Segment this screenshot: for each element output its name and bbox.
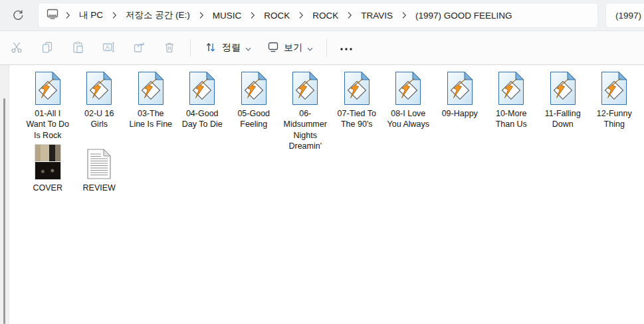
address-bar-row: 내 PC저장소 공간 (E:)MUSICROCKROCKTRAVIS(1997)… bbox=[0, 0, 644, 31]
sort-button[interactable]: 정렬 bbox=[196, 35, 259, 60]
ellipsis-icon bbox=[339, 43, 354, 53]
file-name: 01-All I Want To Do Is Rock bbox=[26, 108, 70, 141]
chevron-right-icon bbox=[196, 11, 207, 19]
album-cover-thumbnail-icon bbox=[35, 143, 60, 179]
chevron-right-icon bbox=[344, 11, 355, 19]
winamp-media-file-icon bbox=[86, 69, 112, 105]
breadcrumb-segment[interactable]: 내 PC bbox=[73, 6, 109, 25]
copy-button[interactable] bbox=[32, 35, 62, 60]
refresh-icon bbox=[12, 9, 24, 23]
winamp-media-file-icon bbox=[344, 69, 370, 105]
breadcrumb-segment[interactable]: TRAVIS bbox=[355, 7, 399, 24]
chevron-right-icon bbox=[399, 11, 409, 19]
rename-button[interactable]: A bbox=[93, 35, 124, 60]
file-name: 03-The Line Is Fine bbox=[129, 108, 173, 130]
trash-icon bbox=[163, 40, 176, 56]
breadcrumb-segment[interactable]: ROCK bbox=[258, 7, 296, 24]
winamp-media-file-icon bbox=[550, 69, 576, 105]
view-icon bbox=[267, 41, 279, 55]
svg-text:A: A bbox=[106, 44, 110, 50]
file-name: COVER bbox=[33, 183, 62, 193]
winamp-media-file-icon bbox=[395, 69, 421, 105]
nav-scrollbar-thumb[interactable] bbox=[3, 98, 5, 324]
breadcrumb-root-this-pc[interactable] bbox=[43, 5, 62, 25]
toolbar-separator bbox=[326, 39, 327, 56]
winamp-media-file-icon bbox=[241, 69, 267, 105]
file-item[interactable]: 08-I Love You Always bbox=[383, 69, 435, 151]
file-explorer-window: 내 PC저장소 공간 (E:)MUSICROCKROCKTRAVIS(1997)… bbox=[0, 0, 644, 324]
winamp-media-file-icon bbox=[447, 69, 473, 105]
command-toolbar: A bbox=[0, 31, 644, 64]
file-item[interactable]: 07-Tied To The 90's bbox=[331, 69, 383, 151]
file-name: 10-More Than Us bbox=[489, 108, 533, 130]
file-name: 08-I Love You Always bbox=[386, 108, 430, 130]
file-name: REVIEW bbox=[83, 183, 116, 193]
file-name: 12-Funny Thing bbox=[592, 108, 636, 130]
chevron-down-icon bbox=[245, 42, 251, 53]
file-item[interactable]: 11-Falling Down bbox=[537, 69, 589, 151]
file-item[interactable]: 01-All I Want To Do Is Rock bbox=[22, 69, 74, 151]
winamp-media-file-icon bbox=[292, 69, 318, 105]
winamp-media-file-icon bbox=[189, 69, 215, 105]
chevron-down-icon bbox=[307, 42, 313, 53]
file-name: 09-Happy bbox=[442, 108, 478, 119]
paste-clipboard-icon bbox=[71, 40, 84, 56]
winamp-media-file-icon bbox=[601, 69, 627, 105]
chevron-right-icon bbox=[109, 11, 120, 19]
breadcrumb: 내 PC저장소 공간 (E:)MUSICROCKROCKTRAVIS(1997)… bbox=[38, 3, 598, 28]
chevron-right-icon bbox=[247, 11, 258, 19]
file-item[interactable]: 05-Good Feeling bbox=[228, 69, 280, 151]
share-icon bbox=[132, 40, 146, 56]
rename-icon: A bbox=[102, 40, 115, 56]
file-name: 11-Falling Down bbox=[541, 108, 585, 130]
breadcrumb-segment[interactable]: ROCK bbox=[306, 7, 344, 24]
more-options-button[interactable] bbox=[332, 35, 360, 60]
copy-icon bbox=[41, 40, 54, 56]
toolbar-separator bbox=[190, 39, 191, 56]
file-item[interactable]: 10-More Than Us bbox=[486, 69, 538, 151]
view-button[interactable]: 보기 bbox=[259, 35, 321, 60]
file-name: 02-U 16 Girls bbox=[77, 108, 121, 130]
chevron-right-icon bbox=[296, 11, 306, 19]
paste-button[interactable] bbox=[62, 35, 93, 60]
winamp-media-file-icon bbox=[138, 69, 163, 105]
breadcrumb-segment[interactable]: MUSIC bbox=[207, 7, 248, 24]
file-name: 04-Good Day To Die bbox=[180, 108, 224, 130]
delete-button[interactable] bbox=[154, 35, 185, 60]
file-item[interactable]: 03-The Line Is Fine bbox=[125, 69, 177, 151]
share-button[interactable] bbox=[124, 35, 154, 60]
refresh-button[interactable] bbox=[9, 7, 27, 25]
winamp-media-file-icon bbox=[35, 69, 60, 105]
file-item[interactable]: 09-Happy bbox=[434, 69, 486, 151]
file-name: 07-Tied To The 90's bbox=[335, 108, 379, 130]
file-item[interactable]: REVIEW bbox=[74, 143, 126, 193]
file-item[interactable]: 02-U 16 Girls bbox=[74, 69, 126, 151]
file-item[interactable]: 12-Funny Thing bbox=[589, 69, 641, 151]
sort-label: 정렬 bbox=[222, 42, 241, 54]
this-pc-monitor-icon bbox=[46, 8, 59, 23]
text-document-icon bbox=[87, 143, 111, 179]
files-row-other: COVER REVIEW bbox=[22, 143, 125, 193]
file-item[interactable]: 04-Good Day To Die bbox=[177, 69, 229, 151]
file-list-area: 01-All I Want To Do Is Rock 02-U 16 Girl… bbox=[0, 65, 644, 324]
cut-scissors-icon bbox=[10, 40, 23, 56]
file-item[interactable]: COVER bbox=[22, 143, 74, 193]
file-item[interactable]: 06-Midsummer Nights Dreamin' bbox=[280, 69, 332, 151]
breadcrumb-segment[interactable]: (1997) GOOD FEELING bbox=[409, 7, 518, 24]
file-name: 05-Good Feeling bbox=[232, 108, 276, 130]
files-row-audio: 01-All I Want To Do Is Rock 02-U 16 Girl… bbox=[22, 69, 640, 151]
file-name: 06-Midsummer Nights Dreamin' bbox=[283, 108, 327, 151]
search-input[interactable] bbox=[605, 3, 644, 28]
chevron-right-icon bbox=[62, 11, 73, 19]
breadcrumb-segment[interactable]: 저장소 공간 (E:) bbox=[120, 6, 196, 25]
winamp-media-file-icon bbox=[498, 69, 524, 105]
view-label: 보기 bbox=[284, 42, 302, 54]
navigation-pane-gutter bbox=[0, 65, 9, 324]
breadcrumb-segments: 내 PC저장소 공간 (E:)MUSICROCKROCKTRAVIS(1997)… bbox=[62, 6, 518, 25]
cut-button[interactable] bbox=[1, 35, 32, 60]
sort-arrows-icon bbox=[204, 40, 217, 56]
